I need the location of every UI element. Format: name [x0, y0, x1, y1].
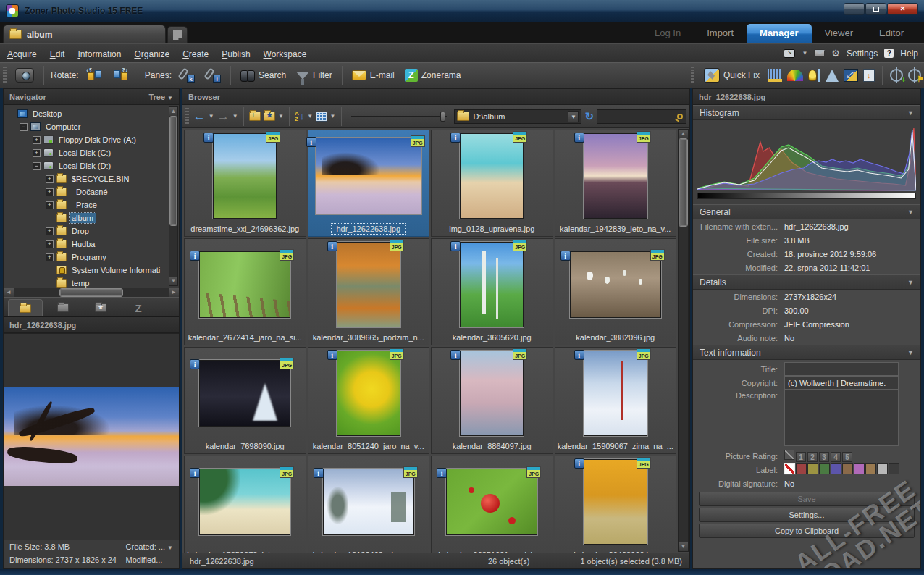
file-cell-kalendar-3089665-podzim-n[interactable]: iJPGkalendar_3089665_podzim_n...: [308, 238, 430, 345]
histogram-section-header[interactable]: Histogram▼: [693, 105, 920, 120]
enhance-colors-icon[interactable]: [787, 70, 803, 81]
rotate-right-button[interactable]: ↻: [109, 67, 131, 83]
file-cell-kalendar-18132403-zima-na[interactable]: iJPGkalendar_18132403_zima_na...: [308, 456, 430, 553]
info-badge-icon[interactable]: i: [314, 468, 324, 478]
forward-button[interactable]: →: [217, 110, 230, 123]
tree-item--recycle-bin[interactable]: +$RECYCLE.BIN: [7, 172, 167, 185]
tree-item-programy[interactable]: +Programy: [7, 251, 167, 264]
favorites-button[interactable]: ★: [264, 112, 275, 121]
label-swatch-7[interactable]: [865, 463, 876, 474]
file-cell-dreamstime-xxl-24696362-jpg[interactable]: iJPGdreamstime_xxl_24696362.jpg: [184, 130, 306, 237]
preview-image-area[interactable]: [4, 333, 179, 540]
rating-1-button[interactable]: 1: [796, 452, 806, 462]
info-badge-icon[interactable]: i: [327, 241, 337, 251]
info-badge-icon[interactable]: i: [560, 251, 571, 261]
tree-expander-icon[interactable]: −: [20, 123, 28, 131]
resize-icon[interactable]: [844, 69, 858, 82]
tree-vertical-scrollbar[interactable]: ▲ ▼: [169, 106, 178, 286]
tree-expander-icon[interactable]: +: [46, 188, 54, 196]
preview-created[interactable]: Created: ... ▼: [126, 542, 173, 554]
info-badge-icon[interactable]: i: [327, 350, 337, 360]
thumbnail-image[interactable]: iJPG: [570, 251, 661, 318]
display-mode-icon[interactable]: [784, 49, 795, 58]
brightness-icon[interactable]: [808, 70, 817, 81]
sort-caret-icon[interactable]: ▼: [307, 113, 313, 119]
menu-organize[interactable]: Organize: [134, 49, 169, 59]
grid-vertical-scrollbar[interactable]: ▲ ▼: [678, 129, 689, 552]
rating-2-button[interactable]: 2: [807, 452, 818, 462]
maximize-button[interactable]: [865, 3, 886, 15]
thumbnail-image[interactable]: iJPG: [316, 138, 421, 214]
filter-button[interactable]: Filter: [293, 69, 335, 82]
levels-icon[interactable]: [768, 69, 782, 82]
path-dropdown-icon[interactable]: ▼: [568, 111, 579, 122]
file-cell-kalendar-20403900-jpg[interactable]: iJPGkalendar_20403900.jpg: [555, 456, 677, 553]
tree-item-drop[interactable]: +Drop: [7, 224, 167, 238]
tree-item-hudba[interactable]: +Hudba: [7, 238, 167, 251]
info-badge-icon[interactable]: i: [190, 468, 200, 478]
search-button[interactable]: Search: [238, 69, 289, 82]
tab-favorites[interactable]: [83, 299, 118, 316]
gps-show-icon[interactable]: [908, 69, 921, 82]
rating-5-button[interactable]: 5: [842, 452, 852, 462]
thumbnail-image[interactable]: iJPG: [199, 469, 290, 535]
email-button[interactable]: E-mail: [349, 69, 398, 82]
general-section-header[interactable]: General▼: [693, 204, 920, 219]
tab-zonerama[interactable]: Z: [121, 299, 156, 316]
info-badge-icon[interactable]: i: [190, 359, 200, 369]
file-cell-kalendar-3605620-jpg[interactable]: iJPGkalendar_3605620.jpg: [431, 238, 553, 345]
tree-item-local-disk-c-[interactable]: +Local Disk (C:): [7, 146, 167, 159]
title-input[interactable]: [784, 362, 899, 376]
folder-up-button[interactable]: ↑: [249, 112, 261, 121]
favorites-caret-icon[interactable]: ▼: [278, 113, 284, 119]
minimize-button[interactable]: —: [844, 3, 865, 15]
scroll-left-icon[interactable]: ◄: [4, 288, 14, 297]
info-badge-icon[interactable]: i: [437, 468, 447, 478]
tree-item-desktop[interactable]: Desktop: [7, 107, 167, 120]
quick-search-input[interactable]: [597, 109, 686, 124]
tree-expander-icon[interactable]: +: [46, 253, 54, 261]
thumbnail-image[interactable]: iJPG: [199, 251, 290, 318]
info-badge-icon[interactable]: i: [190, 251, 200, 261]
tab-folder-tree[interactable]: [8, 299, 43, 316]
navigator-view-mode[interactable]: Tree ▼: [148, 93, 173, 101]
slider-handle[interactable]: [440, 112, 445, 122]
scroll-right-icon[interactable]: ►: [169, 288, 179, 297]
tab-editor[interactable]: Editor: [866, 24, 917, 43]
thumbnail-image[interactable]: iJPG: [213, 133, 277, 219]
scrollbar-thumb[interactable]: [170, 117, 177, 225]
label-swatch-9[interactable]: [889, 463, 899, 474]
file-cell-kalendar-17859378-leto-na-s[interactable]: iJPGkalendar_17859378_leto_na_s...: [184, 456, 306, 553]
back-history-caret-icon[interactable]: ▼: [209, 113, 214, 119]
refresh-button[interactable]: ↻: [584, 110, 594, 123]
feedback-mail-icon[interactable]: [814, 49, 825, 57]
tree-expander-icon[interactable]: +: [46, 175, 54, 183]
help-menu[interactable]: Help: [900, 49, 918, 59]
info-pane-button[interactable]: i: [202, 67, 224, 84]
thumbnail-image[interactable]: iJPG: [199, 360, 290, 427]
scroll-up-icon[interactable]: ▲: [169, 107, 177, 116]
description-textarea[interactable]: [784, 390, 899, 446]
tree-item--prace[interactable]: +_Prace: [7, 198, 167, 211]
rotate-left-button[interactable]: ↺: [83, 67, 105, 83]
tree-item-floppy-disk-drive-a-[interactable]: +Floppy Disk Drive (A:): [7, 133, 167, 146]
label-swatch-3[interactable]: [819, 463, 830, 474]
copy-to-clipboard-button[interactable]: Copy to Clipboard: [699, 524, 915, 538]
file-cell-kalendar-8051240-jaro-na-v[interactable]: iJPGkalendar_8051240_jaro_na_v...: [308, 347, 430, 454]
thumbnail-image[interactable]: iJPG: [460, 351, 524, 436]
thumbnail-image[interactable]: iJPG: [584, 351, 647, 436]
file-cell-kalendar-20351921-podzim[interactable]: iJPGkalendar_20351921_podzim...: [431, 456, 553, 553]
thumbnail-image[interactable]: iJPG: [584, 459, 647, 545]
info-badge-icon[interactable]: i: [574, 133, 584, 143]
info-badge-icon[interactable]: i: [203, 133, 214, 143]
tree-item-computer[interactable]: −Computer: [7, 120, 167, 133]
file-cell-kalendar-3882096-jpg[interactable]: iJPGkalendar_3882096.jpg: [555, 238, 677, 345]
quick-fix-button[interactable]: Quick Fix: [701, 67, 763, 84]
rating-clear-button[interactable]: [784, 450, 794, 460]
scrollbar-thumb[interactable]: [60, 289, 122, 296]
tab-import[interactable]: Import: [694, 24, 747, 43]
file-cell-kalendar-7698090-jpg[interactable]: iJPGkalendar_7698090.jpg: [184, 347, 306, 454]
gear-icon[interactable]: ⚙: [831, 48, 840, 59]
tree-item-album[interactable]: album: [7, 211, 167, 224]
tree-expander-icon[interactable]: +: [46, 201, 54, 209]
